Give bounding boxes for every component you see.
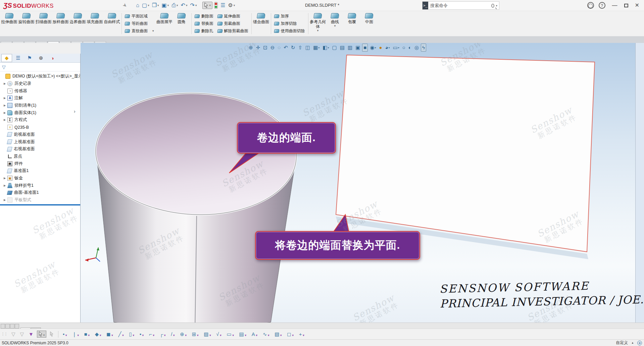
tree-item-flat-pattern[interactable]: ▶ 平板型式: [0, 196, 80, 204]
tab-surfaces[interactable]: [48, 41, 59, 43]
fm-tab-dimxpertmanager-icon[interactable]: ⊕: [36, 54, 46, 62]
select-through-icon[interactable]: [48, 331, 55, 337]
zoom-to-fit-icon[interactable]: ⊕: [248, 44, 254, 51]
tree-item-history[interactable]: ▶ ◷ 历史记录: [0, 80, 80, 88]
window-close-button[interactable]: ✕: [633, 0, 641, 10]
btn-filled-surface[interactable]: 填充曲面: [86, 12, 103, 36]
tree-item-sensors[interactable]: ◔ 传感器: [0, 87, 80, 95]
btn-ruled-surface[interactable]: 直纹曲面▾: [123, 27, 155, 35]
btn-replace-face[interactable]: 替换面: [193, 20, 215, 27]
new-document-icon[interactable]: ▢▾: [141, 1, 150, 9]
tab-last-icon[interactable]: [15, 324, 19, 329]
search-icon[interactable]: [491, 4, 494, 8]
filter-datums-icon[interactable]: A▼: [250, 331, 259, 338]
fm-expand-icon[interactable]: ›: [71, 109, 78, 114]
reference-plane-face[interactable]: [336, 55, 595, 252]
fm-tab-displaymanager-icon[interactable]: ◑: [47, 54, 58, 62]
btn-planar-surface[interactable]: 平面区域: [123, 13, 155, 20]
btn-revolved-surface[interactable]: 旋转曲面: [18, 12, 35, 36]
rebuild-traffic-light-icon[interactable]: [213, 1, 219, 9]
filter-surface-bodies-icon[interactable]: ◆▼: [94, 331, 103, 338]
filter-edges-icon[interactable]: ❘▼: [71, 331, 81, 338]
filter-sketch-points-icon[interactable]: ▪▼: [138, 331, 146, 338]
tree-item-surface-plane1[interactable]: 曲面-基准面1: [0, 189, 80, 196]
tab-mbd-dimensions[interactable]: [83, 41, 94, 43]
instant-view-icon[interactable]: ϟ: [421, 44, 426, 52]
btn-lofted-surface[interactable]: 放样曲面: [52, 12, 69, 36]
home-icon[interactable]: ⌂: [135, 1, 140, 9]
tree-filter-row[interactable]: ▽: [0, 63, 80, 71]
btn-cut-with-surface[interactable]: 使用曲面切除: [273, 27, 306, 35]
filter-midpoints-icon[interactable]: ┌▼: [158, 331, 168, 338]
btn-knit-surface[interactable]: 缝合曲面: [253, 12, 270, 36]
filter-axes-icon[interactable]: ╱▼: [117, 331, 126, 338]
select-tool-button[interactable]: ▾: [202, 2, 212, 9]
fm-tab-configurationmanager-icon[interactable]: ⚑: [24, 54, 35, 62]
filter-hatch-icon[interactable]: ▨▼: [202, 331, 213, 338]
hidden-lines-visible-icon[interactable]: ▤: [339, 44, 346, 51]
file-properties-icon[interactable]: ☰: [219, 1, 226, 9]
previous-view-icon[interactable]: ↶: [283, 44, 289, 51]
view-orientation-icon[interactable]: ⇧: [297, 44, 303, 51]
fm-tab-propertymanager-icon[interactable]: ☰: [13, 54, 23, 62]
btn-offset-surface[interactable]: 等距曲面: [123, 20, 155, 27]
btn-reference-geometry[interactable]: 参考几何体▾: [309, 12, 327, 36]
tab-sheet-metal[interactable]: [36, 41, 47, 43]
apply-scene-icon[interactable]: ◕▾: [384, 44, 391, 51]
tree-item-cutlist[interactable]: ▶ 切割清单(1): [0, 102, 80, 109]
btn-extruded-surface[interactable]: 拉伸曲面: [1, 12, 18, 36]
search-input[interactable]: [428, 3, 491, 8]
btn-thicken[interactable]: 加厚: [273, 13, 306, 20]
wireframe-icon[interactable]: ▢: [331, 44, 338, 51]
tree-item-sheet-metal[interactable]: ▶ ▣ 钣金: [0, 175, 80, 182]
undo-icon[interactable]: ↶▾: [180, 1, 189, 9]
shaded-with-edges-icon[interactable]: ▣: [354, 44, 361, 51]
status-expand-icon[interactable]: ▲: [631, 341, 634, 344]
filter-surface-finish-icon[interactable]: √▼: [215, 331, 223, 338]
tree-item-origin[interactable]: 原点: [0, 153, 80, 160]
btn-curves[interactable]: 曲线▾: [327, 12, 344, 36]
pan-icon[interactable]: ✛: [255, 44, 261, 51]
hidden-lines-removed-icon[interactable]: ▥: [347, 44, 353, 51]
btn-flatten-surface[interactable]: 曲面展平: [156, 12, 173, 36]
rotate-view-icon[interactable]: ↻: [290, 44, 296, 51]
btn-trim-surface[interactable]: 剪裁曲面: [216, 20, 250, 27]
tab-sketch[interactable]: [12, 41, 24, 43]
tree-item-right-plane[interactable]: 右视基准面: [0, 146, 80, 153]
tab-direct-editing[interactable]: [59, 41, 71, 43]
camera-icon[interactable]: ◎: [413, 44, 420, 51]
tree-item-lofted-bend1[interactable]: ▶ 放样折弯1: [0, 182, 80, 189]
view-settings-icon[interactable]: ▭▾: [392, 44, 400, 51]
tab-weldments[interactable]: [24, 41, 36, 43]
drawing-view-icon[interactable]: ▦▾: [312, 44, 320, 51]
tab-prev-icon[interactable]: [5, 324, 10, 329]
filter-toggle-icon[interactable]: ▽: [10, 331, 17, 338]
zoom-to-area-icon[interactable]: ⊡: [262, 44, 268, 51]
tree-item-front-plane[interactable]: 前视基准面: [0, 131, 80, 138]
filter-all-icon[interactable]: ▼: [27, 331, 35, 338]
filter-vertices-icon[interactable]: •▼: [61, 331, 69, 338]
help-icon[interactable]: ?: [599, 2, 605, 9]
rollback-bar[interactable]: [0, 204, 80, 206]
filter-blocks-icon[interactable]: ◻▼: [286, 331, 295, 338]
print-icon[interactable]: ⎙▾: [170, 1, 179, 9]
status-customize-link[interactable]: 自定义: [616, 340, 628, 346]
btn-extend-surface[interactable]: 延伸曲面: [216, 13, 250, 20]
tree-item-surface-bodies[interactable]: ▶ 曲面实体(1): [0, 109, 80, 116]
options-gear-icon[interactable]: ⚙▾: [227, 1, 236, 9]
filter-origin-icon[interactable]: ⊕▼: [179, 331, 189, 338]
shaded-icon[interactable]: ■: [362, 44, 368, 52]
filter-select-button[interactable]: ▾: [37, 331, 46, 338]
filter-coordinate-systems-icon[interactable]: ⊞▼: [191, 331, 201, 338]
section-view-icon[interactable]: ◫: [304, 44, 311, 51]
filter-points-icon[interactable]: +▼: [298, 331, 306, 338]
tree-item-weldment[interactable]: ✱ 焊件: [0, 160, 80, 167]
account-icon[interactable]: ◯: [587, 2, 594, 9]
ambient-occlusion-icon[interactable]: ◐: [407, 44, 412, 51]
tab-solidworks-addins[interactable]: [95, 41, 106, 43]
btn-untrim-surface[interactable]: 解除剪裁曲面: [216, 27, 250, 35]
filter-planes-icon[interactable]: ▯▼: [128, 331, 136, 338]
btn-fillet[interactable]: 圆角: [173, 12, 190, 36]
window-restore-button[interactable]: [624, 4, 628, 7]
hide-show-items-icon[interactable]: ◉▾: [369, 44, 377, 51]
